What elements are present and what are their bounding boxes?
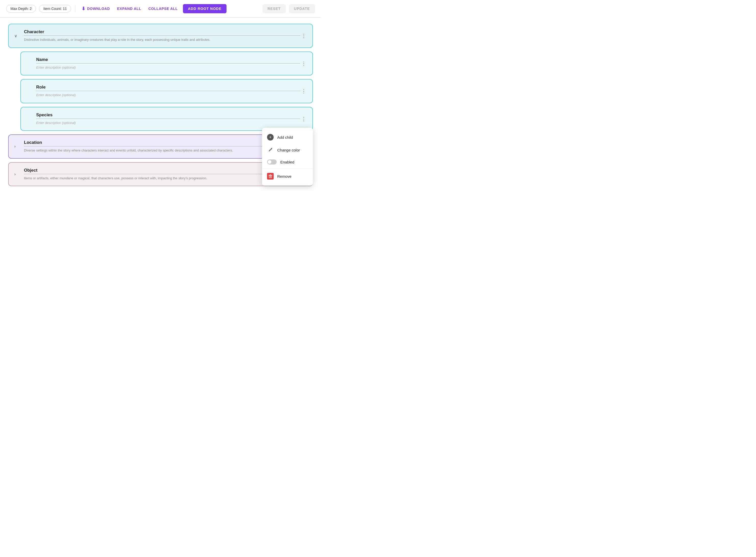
- object-desc: Items or artifacts, either mundane or ma…: [24, 176, 300, 181]
- more-vert-icon: ⋮: [301, 33, 306, 38]
- change-color-label: Change color: [277, 148, 300, 152]
- add-child-label: Add child: [277, 135, 293, 140]
- chevron-right-icon-object: ›: [14, 172, 15, 176]
- more-vert-icon-name: ⋮: [301, 61, 306, 66]
- add-root-node-button[interactable]: ADD ROOT NODE: [183, 4, 227, 13]
- context-remove[interactable]: Remove: [262, 170, 313, 183]
- node-character: ∨ Character Distinctive individuals, ani…: [8, 24, 313, 48]
- download-button[interactable]: ⬇ DOWNLOAD: [80, 4, 112, 13]
- context-add-child[interactable]: + Add child: [262, 131, 313, 144]
- more-vert-icon-species: ⋮: [301, 116, 306, 122]
- enabled-toggle[interactable]: [267, 159, 277, 165]
- species-desc: Enter description (optional): [36, 120, 300, 125]
- character-more-button[interactable]: ⋮: [299, 32, 308, 39]
- change-color-icon: [267, 147, 274, 153]
- context-menu: + Add child Change color Enabled: [262, 128, 313, 186]
- main-content: ∨ Character Distinctive individuals, ani…: [0, 18, 321, 196]
- name-desc: Enter description (optional): [36, 65, 300, 70]
- context-change-color[interactable]: Change color: [262, 144, 313, 156]
- collapse-object-button[interactable]: ›: [13, 171, 17, 177]
- expand-all-button[interactable]: EXPAND ALL: [115, 5, 143, 12]
- max-depth-badge: Max Depth: 2: [6, 5, 36, 12]
- name-title: Name: [36, 57, 300, 63]
- download-icon: ⬇: [82, 6, 86, 11]
- species-title: Species: [36, 113, 300, 119]
- object-title: Object: [24, 168, 300, 174]
- character-desc: Distinctive individuals, animals, or ima…: [24, 37, 300, 42]
- character-title: Character: [24, 29, 300, 36]
- name-more-button[interactable]: ⋮: [299, 60, 308, 67]
- species-more-button[interactable]: ⋮: [299, 115, 308, 122]
- collapse-all-button[interactable]: COLLAPSE ALL: [146, 5, 180, 12]
- item-count-badge: Item Count: 11: [39, 5, 71, 12]
- remove-label: Remove: [277, 174, 291, 178]
- toggle-slider: [267, 159, 277, 165]
- update-button[interactable]: UPDATE: [289, 4, 315, 13]
- collapse-character-button[interactable]: ∨: [13, 32, 18, 39]
- role-title: Role: [36, 85, 300, 91]
- node-role: Role Enter description (optional) ⋮: [21, 79, 313, 103]
- node-species: Species Enter description (optional) ⋮: [21, 107, 313, 131]
- node-name: Name Enter description (optional) ⋮: [21, 52, 313, 76]
- add-child-icon: +: [267, 134, 274, 141]
- context-enabled[interactable]: Enabled: [262, 156, 313, 168]
- more-vert-icon-role: ⋮: [301, 88, 306, 94]
- enabled-label: Enabled: [280, 160, 294, 164]
- collapse-location-button[interactable]: ›: [13, 143, 17, 150]
- role-more-button[interactable]: ⋮: [299, 87, 308, 95]
- chevron-right-icon-location: ›: [14, 144, 15, 148]
- location-title: Location: [24, 140, 300, 146]
- remove-icon: [267, 173, 274, 180]
- context-divider: [262, 169, 313, 169]
- location-desc: Diverse settings within the story where …: [24, 148, 300, 153]
- divider-1: [75, 5, 75, 12]
- reset-button[interactable]: RESET: [262, 4, 286, 13]
- role-desc: Enter description (optional): [36, 93, 300, 98]
- chevron-down-icon: ∨: [14, 34, 17, 38]
- toolbar: Max Depth: 2 Item Count: 11 ⬇ DOWNLOAD E…: [0, 0, 321, 18]
